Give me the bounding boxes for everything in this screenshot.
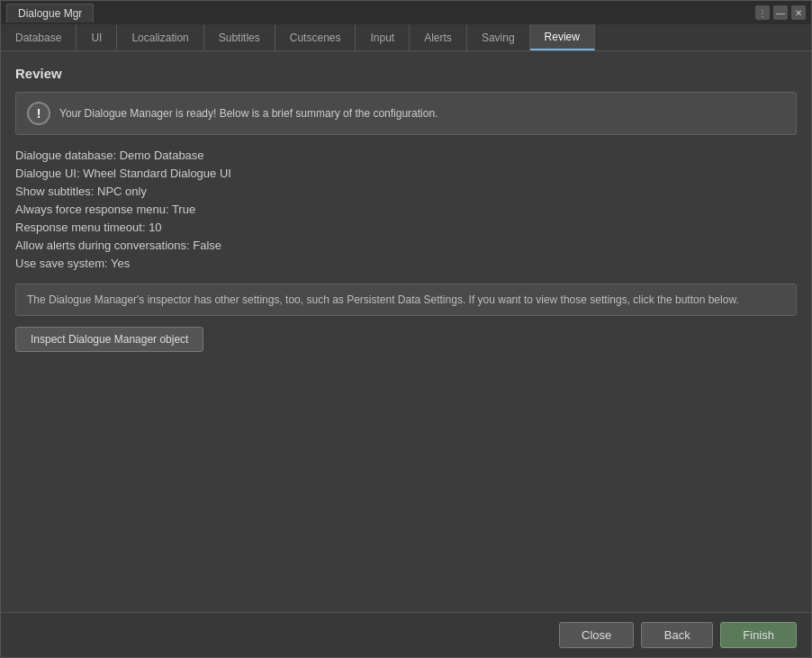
tab-localization[interactable]: Localization (117, 24, 203, 50)
config-list: Dialogue database: Demo Database Dialogu… (15, 148, 797, 271)
note-box: The Dialogue Manager's inspector has oth… (15, 284, 797, 316)
info-box: ! Your Dialogue Manager is ready! Below … (15, 92, 797, 135)
info-icon: ! (27, 102, 50, 125)
config-item-5: Allow alerts during conversations: False (15, 238, 797, 253)
tabs-bar: Database UI Localization Subtitles Cutsc… (1, 24, 811, 51)
tab-input[interactable]: Input (356, 24, 410, 50)
close-window-button[interactable]: ✕ (791, 5, 806, 20)
main-content: Review ! Your Dialogue Manager is ready!… (1, 51, 811, 612)
bottom-bar: Close Back Finish (1, 612, 811, 657)
section-title: Review (15, 66, 797, 81)
title-bar-controls: ⋮ — ✕ (755, 5, 806, 20)
content-spacer (15, 352, 797, 598)
window-title-tab: Dialogue Mgr (6, 4, 94, 23)
menu-button[interactable]: ⋮ (755, 5, 770, 20)
title-bar: Dialogue Mgr ⋮ — ✕ (1, 1, 811, 24)
tab-alerts[interactable]: Alerts (410, 24, 467, 50)
config-item-2: Show subtitles: NPC only (15, 184, 797, 199)
config-item-6: Use save system: Yes (15, 256, 797, 271)
config-item-0: Dialogue database: Demo Database (15, 148, 797, 163)
tab-ui[interactable]: UI (77, 24, 117, 50)
config-item-1: Dialogue UI: Wheel Standard Dialogue UI (15, 166, 797, 181)
window-title: Dialogue Mgr (18, 7, 82, 20)
finish-button[interactable]: Finish (720, 622, 797, 648)
tab-saving[interactable]: Saving (467, 24, 530, 50)
note-text: The Dialogue Manager's inspector has oth… (27, 293, 739, 306)
config-item-4: Response menu timeout: 10 (15, 220, 797, 235)
config-item-3: Always force response menu: True (15, 202, 797, 217)
tab-subtitles[interactable]: Subtitles (204, 24, 275, 50)
inspect-dialogue-manager-button[interactable]: Inspect Dialogue Manager object (15, 327, 203, 352)
tab-review[interactable]: Review (530, 24, 595, 50)
tab-cutscenes[interactable]: Cutscenes (275, 24, 356, 50)
close-button[interactable]: Close (559, 622, 634, 648)
title-bar-left: Dialogue Mgr (6, 4, 94, 23)
info-message: Your Dialogue Manager is ready! Below is… (59, 106, 438, 122)
back-button[interactable]: Back (641, 622, 713, 648)
minimize-button[interactable]: — (773, 5, 788, 20)
tab-database[interactable]: Database (1, 24, 77, 50)
